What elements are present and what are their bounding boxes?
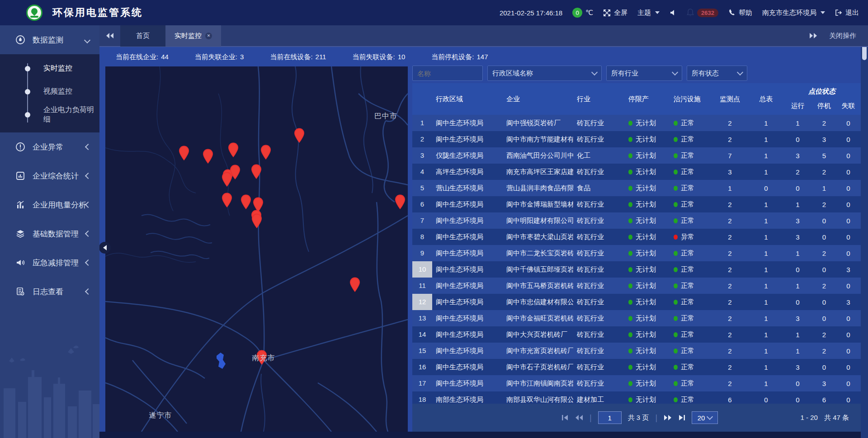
row-industry: 砖瓦行业	[573, 249, 625, 258]
status-dot-icon	[674, 121, 678, 126]
notification-bell[interactable]: 2632	[687, 9, 718, 17]
theme-menu[interactable]: 主题	[637, 9, 660, 17]
pager-divider: |	[590, 413, 592, 423]
table-row[interactable]: 14 阆中生态环境局 阆中大兴页岩机砖厂 砖瓦行业 无计划 正常 2 1 1 2…	[412, 326, 861, 343]
row-lost: 0	[836, 119, 861, 127]
row-monitor-points: 2	[711, 201, 749, 208]
tabs-scroll-left-button[interactable]	[99, 25, 120, 47]
table-row[interactable]: 17 阆中生态环境局 阆中市江南镇阆南页岩 砖瓦行业 无计划 正常 2 1 0 …	[412, 375, 861, 391]
col-lost: 失联	[836, 102, 861, 115]
map-pin-icon[interactable]	[260, 145, 272, 160]
status-dot-icon	[628, 300, 632, 305]
map-pin-icon[interactable]	[250, 164, 262, 179]
first-page-button[interactable]	[561, 414, 569, 421]
status-dot-icon	[674, 186, 678, 191]
row-industry: 砖瓦行业	[573, 347, 625, 355]
sidebar-item-power-load-detail[interactable]: 企业电力负荷明细	[0, 103, 99, 126]
table-row[interactable]: 9 阆中生态环境局 阆中市二龙长宝页岩砖 砖瓦行业 无计划 正常 2 1 1 2…	[412, 245, 861, 261]
sidebar-item-emergency-reduction[interactable]: 应急减排管理	[0, 248, 99, 277]
row-running: 1	[783, 331, 812, 339]
map-pin-icon[interactable]	[251, 213, 263, 229]
status-dot-icon	[628, 137, 632, 142]
map-pin-icon[interactable]	[221, 172, 233, 187]
table-row[interactable]: 15 阆中生态环境局 阆中市光富页岩机砖厂 砖瓦行业 无计划 正常 2 1 1 …	[412, 343, 861, 359]
map-pin-icon[interactable]	[178, 146, 190, 161]
row-region: 阆中生态环境局	[432, 298, 503, 306]
table-row[interactable]: 2 阆中生态环境局 阆中市南方节能建材有 砖瓦行业 无计划 正常 2 1 0 3…	[412, 131, 861, 147]
sidebar-item-video-monitoring[interactable]: 视频监控	[0, 80, 99, 103]
map-pin-icon[interactable]	[202, 149, 214, 164]
page-scrollbar[interactable]	[861, 25, 868, 438]
map-pin-icon[interactable]	[394, 194, 406, 210]
row-facility-status: 正常	[670, 200, 711, 209]
sidebar-item-enterprise-statistics[interactable]: 企业综合统计	[0, 161, 99, 190]
total-pages-label: 共 3 页	[628, 414, 649, 422]
temperature-badge: 0	[572, 8, 582, 18]
table-row[interactable]: 6 阆中生态环境局 阆中市金博瑞新型墙材 砖瓦行业 无计划 正常 2 1 1 2…	[412, 196, 861, 212]
sidebar-item-enterprise-abnormal[interactable]: 企业异常	[0, 132, 99, 161]
name-search-input[interactable]	[412, 66, 483, 81]
sidebar-item-data-monitoring[interactable]: 数据监测	[0, 25, 99, 54]
table-row[interactable]: 4 高坪生态环境局 南充市高坪区王家店建 砖瓦行业 无计划 正常 3 1 2 2…	[412, 164, 861, 180]
close-operations-button[interactable]: 关闭操作	[829, 32, 856, 40]
table-row[interactable]: 3 仪陇生态环境局 西南油气田分公司川中 化工 无计划 正常 7 1 3 5 0	[412, 147, 861, 164]
row-stopped: 2	[812, 331, 836, 339]
org-menu[interactable]: 南充市生态环境局	[762, 9, 825, 17]
fullscreen-button[interactable]: 全屏	[603, 9, 627, 17]
map-pin-icon[interactable]	[227, 142, 239, 158]
map-pin-icon[interactable]	[293, 128, 305, 143]
region-select[interactable]: 行政区域名称	[487, 66, 602, 81]
table-row[interactable]: 10 阆中生态环境局 阆中千佛镇五郎垭页岩 砖瓦行业 无计划 正常 2 1 0 …	[412, 261, 861, 278]
row-running: 3	[783, 315, 812, 322]
status-dot-icon	[674, 235, 678, 240]
status-select[interactable]: 所有状态	[687, 66, 747, 81]
table-row[interactable]: 11 阆中生态环境局 阆中市五马桥页岩机砖 砖瓦行业 无计划 正常 2 1 1 …	[412, 278, 861, 294]
map-pin-icon[interactable]	[349, 277, 361, 292]
table-row[interactable]: 8 阆中生态环境局 阆中市枣碧大梁山页岩 砖瓦行业 无计划 异常 2 1 3 0…	[412, 229, 861, 245]
page-size-select[interactable]: 20	[692, 411, 718, 424]
map-panel[interactable]: 巴中市 南充市 遂宁市	[105, 66, 408, 432]
help-button[interactable]: 帮助	[728, 9, 752, 17]
row-industry: 砖瓦行业	[573, 314, 625, 323]
table-row[interactable]: 7 阆中生态环境局 阆中明阳建材有限公司 砖瓦行业 无计划 正常 2 1 3 0…	[412, 212, 861, 229]
sidebar-submenu: 实时监控 视频监控 企业电力负荷明细	[0, 54, 99, 132]
tabs-scroll-right-button[interactable]	[809, 33, 817, 39]
row-region: 高坪生态环境局	[432, 168, 503, 176]
tab-close-icon[interactable]: ✕	[205, 33, 212, 39]
sidebar-item-basic-data[interactable]: 基础数据管理	[0, 219, 99, 248]
logout-button[interactable]: 退出	[835, 9, 859, 17]
table-row[interactable]: 5 营山生态环境局 营山县润丰肉食品有限 食品 无计划 正常 1 0 0 1 0	[412, 180, 861, 196]
industry-select[interactable]: 所有行业	[606, 66, 682, 81]
sidebar-item-realtime-monitoring[interactable]: 实时监控	[0, 57, 99, 80]
footer-strip	[99, 432, 868, 438]
page-number-input[interactable]: 1	[598, 411, 622, 424]
row-industry: 砖瓦行业	[573, 119, 625, 127]
row-monitor-points: 2	[711, 298, 749, 306]
city-label: 巴中市	[374, 111, 397, 121]
sidebar-item-power-analysis[interactable]: 企业用电量分析	[0, 190, 99, 219]
table-row[interactable]: 13 阆中生态环境局 阆中市金福旺页岩机砖 砖瓦行业 无计划 正常 2 1 3 …	[412, 310, 861, 326]
stats-bar: 当前在线企业: 44 当前失联企业: 3 当前在线设备: 211 当前失联设备:…	[99, 48, 868, 66]
map-pin-icon[interactable]	[221, 193, 233, 208]
city-skyline-decoration	[0, 334, 99, 438]
row-stopped: 2	[812, 168, 836, 176]
sidebar-item-log-view[interactable]: 日志查看	[0, 277, 99, 306]
map-pin-icon[interactable]	[240, 194, 252, 210]
map-collapse-button[interactable]	[99, 242, 111, 254]
previous-page-button[interactable]	[575, 414, 583, 421]
row-industry: 砖瓦行业	[573, 233, 625, 241]
row-facility-status: 正常	[670, 168, 711, 176]
table-row[interactable]: 16 阆中生态环境局 阆中市石子页岩机砖厂 砖瓦行业 无计划 正常 2 1 3 …	[412, 359, 861, 375]
row-production-status: 无计划	[625, 200, 670, 209]
tab-realtime-monitoring[interactable]: 实时监控 ✕	[165, 25, 221, 47]
table-row[interactable]: 1 阆中生态环境局 阆中强锐页岩砖厂 砖瓦行业 无计划 正常 2 1 1 2 0	[412, 115, 861, 131]
row-monitor-points: 6	[711, 396, 749, 404]
next-page-button[interactable]	[664, 414, 672, 421]
mute-button[interactable]	[670, 9, 677, 16]
row-total-meters: 1	[749, 380, 783, 387]
row-production-status: 无计划	[625, 151, 670, 160]
tab-home[interactable]: 首页	[120, 25, 165, 47]
last-page-button[interactable]	[678, 414, 685, 421]
row-company: 阆中市石子页岩机砖厂	[503, 363, 573, 372]
table-row[interactable]: 12 阆中生态环境局 阆中市忠信建材有限公 砖瓦行业 无计划 正常 2 1 0 …	[412, 294, 861, 310]
